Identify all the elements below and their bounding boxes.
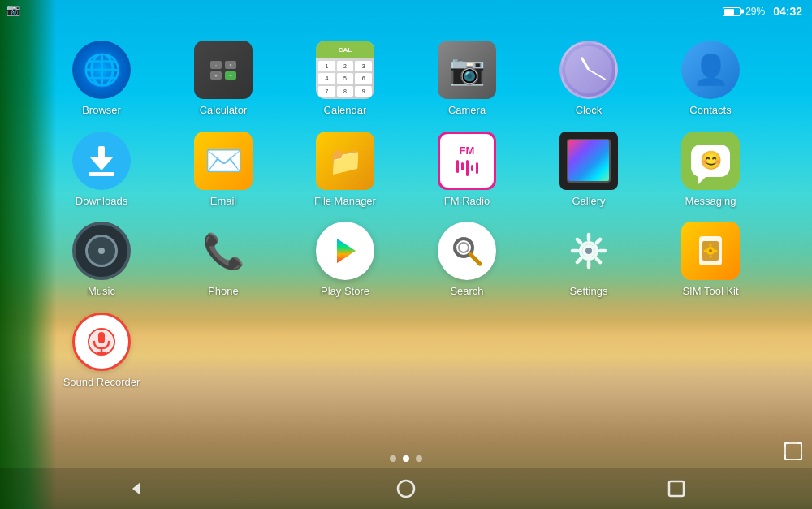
- svg-rect-30: [785, 443, 801, 459]
- calendar-label: Calendar: [324, 104, 367, 117]
- clock-label: Clock: [576, 104, 603, 117]
- app-grid: Browser - × + = Calculator CAL 123: [0, 24, 812, 403]
- svg-rect-2: [89, 172, 114, 176]
- clock-time: 04:32: [773, 5, 802, 18]
- svg-marker-31: [132, 482, 140, 495]
- contacts-label: Contacts: [689, 104, 731, 117]
- svg-line-6: [470, 254, 480, 264]
- app-fm-radio[interactable]: FM FM Radio: [406, 123, 528, 214]
- status-bar: 📷 29% 04:32: [0, 0, 812, 23]
- fullscreen-icon[interactable]: [784, 442, 802, 464]
- calculator-label: Calculator: [200, 104, 248, 117]
- sound-recorder-icon: [72, 313, 131, 371]
- app-calendar[interactable]: CAL 123 456 789 Calendar: [284, 32, 406, 123]
- file-manager-label: File Manager: [314, 195, 376, 208]
- svg-point-5: [459, 243, 469, 252]
- app-play-store[interactable]: Play Store: [284, 214, 406, 304]
- messaging-icon: 😊: [681, 132, 740, 190]
- email-icon: ✉️: [194, 132, 253, 190]
- app-messaging[interactable]: 😊 Messaging: [650, 123, 771, 214]
- svg-line-15: [597, 239, 600, 243]
- camera-icon: 📷: [438, 41, 496, 99]
- svg-line-16: [577, 259, 581, 262]
- app-phone[interactable]: 📞 Phone: [162, 214, 284, 304]
- svg-point-21: [710, 244, 712, 247]
- svg-point-32: [398, 481, 414, 497]
- app-sim-tool-kit[interactable]: SIM Tool Kit: [650, 214, 771, 304]
- battery-icon: [723, 7, 741, 16]
- battery-fill: [724, 9, 734, 15]
- app-music[interactable]: Music: [41, 214, 162, 304]
- app-downloads[interactable]: Downloads: [41, 123, 162, 214]
- app-sound-recorder[interactable]: Sound Recorder: [41, 304, 162, 395]
- svg-point-20: [709, 249, 712, 252]
- svg-point-8: [585, 248, 592, 254]
- file-manager-icon: 📁: [316, 132, 374, 190]
- svg-rect-33: [669, 481, 684, 496]
- empty-cell-1: [162, 304, 284, 395]
- play-store-label: Play Store: [321, 285, 369, 298]
- app-calculator[interactable]: - × + = Calculator: [162, 32, 284, 123]
- app-camera[interactable]: 📷 Camera: [406, 32, 528, 123]
- recents-button[interactable]: [656, 472, 697, 505]
- gallery-label: Gallery: [572, 195, 605, 208]
- contacts-icon: 👤: [681, 41, 740, 99]
- empty-cell-4: [528, 304, 650, 395]
- downloads-label: Downloads: [76, 195, 127, 208]
- search-label: Search: [450, 285, 483, 298]
- settings-icon: [559, 222, 618, 280]
- music-icon: [72, 222, 131, 280]
- calendar-icon: CAL 123 456 789: [316, 41, 374, 99]
- settings-label: Settings: [570, 285, 608, 298]
- phone-label: Phone: [208, 285, 239, 298]
- browser-icon: [72, 41, 131, 99]
- back-button[interactable]: [115, 472, 156, 505]
- sound-recorder-label: Sound Recorder: [63, 376, 140, 389]
- nav-bar: [0, 468, 812, 509]
- phone-icon: 📞: [194, 222, 253, 280]
- camera-label: Camera: [448, 104, 486, 117]
- battery-percent: 29%: [745, 6, 765, 17]
- app-settings[interactable]: Settings: [528, 214, 650, 304]
- messaging-label: Messaging: [685, 195, 736, 208]
- app-clock[interactable]: Clock: [528, 32, 650, 123]
- empty-cell-5: [650, 304, 771, 395]
- svg-line-14: [597, 259, 600, 262]
- svg-marker-1: [90, 157, 113, 170]
- music-label: Music: [88, 285, 115, 298]
- sim-tool-kit-label: SIM Tool Kit: [682, 285, 738, 298]
- page-dot-1[interactable]: [390, 455, 396, 462]
- svg-marker-3: [337, 239, 356, 263]
- empty-cell-3: [406, 304, 528, 395]
- app-contacts[interactable]: 👤 Contacts: [650, 32, 771, 123]
- search-icon: [438, 222, 496, 280]
- email-label: Email: [210, 195, 237, 208]
- app-search[interactable]: Search: [406, 214, 528, 304]
- svg-point-22: [710, 256, 712, 258]
- app-email[interactable]: ✉️ Email: [162, 123, 284, 214]
- downloads-icon: [72, 132, 131, 190]
- screenshot-indicator: 📷: [6, 3, 20, 16]
- play-store-icon: [316, 222, 374, 280]
- app-file-manager[interactable]: 📁 File Manager: [284, 123, 406, 214]
- browser-label: Browser: [82, 104, 121, 117]
- empty-cell-2: [284, 304, 406, 395]
- status-icons: 29% 04:32: [723, 5, 802, 18]
- page-dot-3[interactable]: [416, 455, 422, 462]
- fm-radio-label: FM Radio: [444, 195, 490, 208]
- svg-rect-27: [98, 332, 105, 343]
- svg-point-23: [704, 250, 706, 252]
- home-button[interactable]: [386, 472, 426, 505]
- svg-point-24: [715, 250, 718, 252]
- calculator-icon: - × + =: [194, 41, 253, 99]
- svg-line-13: [577, 239, 581, 243]
- sim-tool-kit-icon: [681, 222, 740, 280]
- fm-radio-icon: FM: [438, 132, 496, 190]
- app-gallery[interactable]: Gallery: [528, 123, 650, 214]
- gallery-icon: [559, 132, 618, 190]
- clock-icon: [559, 41, 618, 99]
- app-browser[interactable]: Browser: [41, 32, 162, 123]
- page-dot-2[interactable]: [403, 455, 409, 462]
- page-dots: [390, 455, 422, 462]
